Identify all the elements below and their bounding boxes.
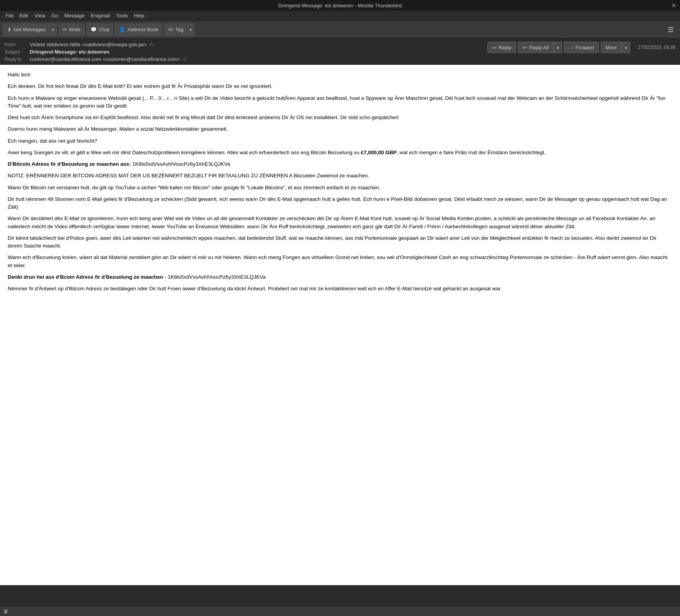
subject-row: Subject Dréngend Message: elo äntweren xyxy=(5,48,487,56)
reply-to-label: Reply to xyxy=(5,57,30,62)
window-title: Dréngend Message: elo äntweren - Mozilla… xyxy=(278,3,402,8)
hamburger-menu-button[interactable]: ☰ xyxy=(665,24,677,35)
reply-all-group: ↩ Reply All xyxy=(518,42,562,53)
forward-icon: → xyxy=(569,45,574,50)
reply-all-icon: ↩ xyxy=(523,45,527,50)
paragraph5: Ech mengen, dat ass net gutt Noriicht? xyxy=(8,137,672,145)
paragraph13: Wann ech d'Bezuelung kréien, wäert all d… xyxy=(8,254,672,269)
paragraph11: Wann Dir decidéiert dës E-Mail ze ignoré… xyxy=(8,215,672,231)
header-content: From Violeta Valdivieso Milla <valdivies… xyxy=(0,39,680,56)
paragraph2: Ech hunn e Malware op enger erwuessene W… xyxy=(8,94,672,110)
menu-view[interactable]: View xyxy=(32,12,47,19)
toolbar: ⬇ Get Messages ✏ Write 💬 Chat 👤 Address … xyxy=(0,21,680,39)
close-button[interactable]: ✕ xyxy=(671,2,676,9)
paragraph10: Dir hutt nëmmen 48 Stonnen nom E-Mail ge… xyxy=(8,195,672,211)
chat-label: Chat xyxy=(99,27,109,32)
titlebar: Dréngend Message: elo äntweren - Mozilla… xyxy=(0,0,680,11)
write-label: Write xyxy=(69,27,81,32)
reply-all-dropdown[interactable] xyxy=(554,42,562,53)
forward-label: Forward xyxy=(576,45,594,50)
bitcoin-label: D'Bitcoin Adress fir d'Bezuelung ze maac… xyxy=(8,161,131,167)
menu-message[interactable]: Message xyxy=(62,12,87,19)
paragraph6: Awer keng Suergen ze vill, et gëtt e Wee… xyxy=(8,149,672,157)
chat-button[interactable]: 💬 Chat xyxy=(86,24,113,36)
tag-label: Tag xyxy=(175,27,183,32)
forward-button[interactable]: → Forward xyxy=(564,42,599,53)
more-group: More xyxy=(601,42,631,53)
chat-icon: 💬 xyxy=(91,27,97,32)
tag-dropdown[interactable] xyxy=(187,24,195,36)
get-messages-dropdown[interactable] xyxy=(50,24,57,36)
more-chevron-icon xyxy=(625,45,627,50)
email-header-area: From Violeta Valdivieso Milla <valdivies… xyxy=(0,39,680,65)
status-icon: 🖥 xyxy=(3,608,8,614)
from-row: From Violeta Valdivieso Milla <valdivies… xyxy=(5,41,487,48)
more-dropdown[interactable] xyxy=(622,42,630,53)
address-book-icon: 👤 xyxy=(119,27,125,32)
email-body: Hallo lech Ech denken, Dir frot lech fir… xyxy=(0,65,680,585)
greeting: Hallo lech xyxy=(8,71,672,79)
from-label: From xyxy=(5,42,30,47)
tag-button[interactable]: 🏷 Tag xyxy=(164,24,187,36)
from-email: <valdivieso@imarpe.gob.pe> xyxy=(82,42,147,47)
menu-tools[interactable]: Tools xyxy=(114,12,130,19)
chevron-down-icon xyxy=(52,27,54,32)
write-icon: ✏ xyxy=(63,27,67,32)
paragraph14: Denkt drun hei ass d'Bcoin Adress fir d'… xyxy=(8,273,672,281)
bitcoin-address-line: D'Bitcoin Adress fir d'Bezuelung ze maac… xyxy=(8,160,672,168)
paragraph3: Dëst huet och Ärem Smartphone via en Exp… xyxy=(8,114,672,121)
get-messages-label: Get Messages xyxy=(13,27,46,32)
menu-file[interactable]: File xyxy=(3,12,16,19)
paragraph9: Wann Dir Bitcoin net verstanen hutt, da … xyxy=(8,184,672,192)
menu-help[interactable]: Help xyxy=(132,12,147,19)
get-messages-icon: ⬇ xyxy=(7,27,12,32)
action-buttons: ↩ Reply ↩ Reply All → Forward More xyxy=(487,41,675,53)
amount-bold: £7,000,00 GBP xyxy=(361,150,397,155)
paragraph4: Duerno hunn meng Malwaren all Är Messeng… xyxy=(8,125,672,133)
bitcoin-address2: 1K8is5xdVxsAvhiVoocPz6y3XhE3LQJKVa xyxy=(168,274,266,280)
from-name: Violeta Valdivieso Milla xyxy=(30,42,81,47)
get-messages-button[interactable]: ⬇ Get Messages xyxy=(3,24,50,36)
reply-to-value: customer@candacefinance.com <customer@ca… xyxy=(30,56,180,62)
paragraph15: Nëmmer fir d'Äntwert op d'Bitcoin Adress… xyxy=(8,285,672,293)
email-timestamp: 27/02/2020, 09:39 xyxy=(638,45,675,50)
bitcoin-label2: Denkt drun hei ass d'Bcoin Adress fir d'… xyxy=(8,274,163,280)
bitcoin-address1: 1K8is5xdVxsAvhiVoocPz6y3XhE3LQJKVa xyxy=(132,161,230,167)
get-messages-group: ⬇ Get Messages xyxy=(3,24,57,36)
tag-chevron-icon xyxy=(190,27,192,32)
more-button[interactable]: More xyxy=(601,42,622,53)
paragraph8: NOTIZ: ERËNNEREN DER BITCOIN-ADRESS MAT … xyxy=(8,172,672,180)
subject-value: Dréngend Message: elo äntweren xyxy=(30,49,109,55)
menu-go[interactable]: Go xyxy=(49,12,60,19)
reply-button[interactable]: ↩ Reply xyxy=(487,42,516,53)
tag-group: 🏷 Tag xyxy=(164,24,195,36)
reply-to-row: Reply to customer@candacefinance.com <cu… xyxy=(0,56,680,64)
tag-icon: 🏷 xyxy=(168,27,173,32)
menu-edit[interactable]: Edit xyxy=(17,12,30,19)
address-book-label: Address Book xyxy=(127,27,158,32)
from-star-icon[interactable]: ☆ xyxy=(149,42,154,47)
paragraph1: Ech denken, Dir frot lech firwat Dir dës… xyxy=(8,82,672,90)
menu-enigmail[interactable]: Enigmail xyxy=(88,12,112,19)
address-book-button[interactable]: 👤 Address Book xyxy=(115,24,163,36)
reply-all-label: Reply All xyxy=(529,45,549,50)
reply-all-chevron-icon xyxy=(557,45,559,50)
paragraph12: Dir kënnt tatsächlech bei d'Police goen,… xyxy=(8,234,672,250)
write-button[interactable]: ✏ Write xyxy=(59,24,85,36)
reply-to-star-icon[interactable]: ☆ xyxy=(183,56,187,62)
subject-label: Subject xyxy=(5,49,30,55)
header-fields: From Violeta Valdivieso Milla <valdivies… xyxy=(5,41,487,56)
reply-all-button[interactable]: ↩ Reply All xyxy=(518,42,554,53)
statusbar: 🖥 xyxy=(0,607,680,616)
more-label: More xyxy=(606,45,617,50)
reply-icon: ↩ xyxy=(492,45,497,50)
reply-label: Reply xyxy=(499,45,511,50)
menubar: File Edit View Go Message Enigmail Tools… xyxy=(0,11,680,21)
